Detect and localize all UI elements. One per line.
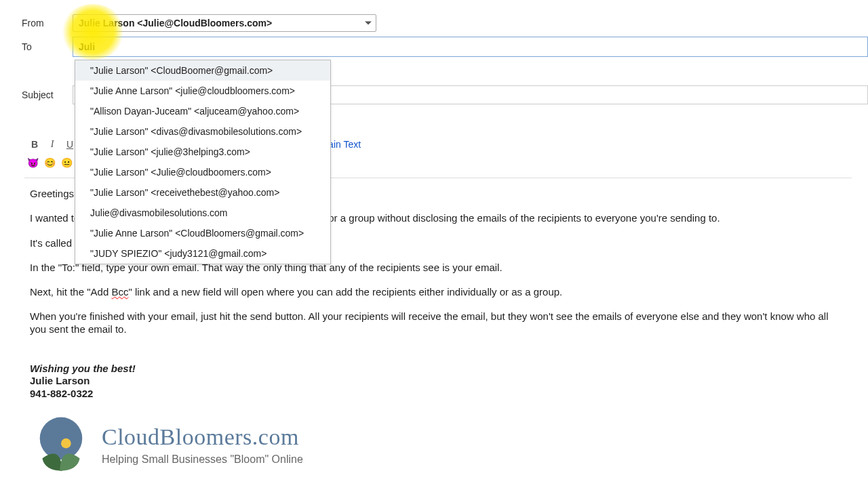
brand-name: CloudBloomers.com <box>102 423 303 451</box>
chevron-down-icon <box>365 22 372 25</box>
autocomplete-item[interactable]: "Julie Larson" <receivethebest@yahoo.com… <box>75 182 330 203</box>
logo-text: CloudBloomers.com Helping Small Business… <box>102 423 303 466</box>
spellcheck-squiggle: Bcc <box>111 286 128 298</box>
to-label: To <box>22 41 73 52</box>
to-row: To <box>22 37 868 57</box>
autocomplete-item[interactable]: "Julie Larson" <julie@3helping3.com> <box>75 142 330 162</box>
svg-point-1 <box>61 439 71 449</box>
autocomplete-item[interactable]: "Julie Larson" <Julie@cloudboomers.com> <box>75 162 330 182</box>
signature-phone: 941-882-0322 <box>30 388 846 400</box>
autocomplete-item[interactable]: "Julie Anne Larson" <CloudBloomers@gmail… <box>75 223 330 243</box>
logo-icon <box>30 413 92 476</box>
to-autocomplete-dropdown: "Julie Larson" <CloudBoomer@gmail.com> "… <box>75 60 331 264</box>
body-paragraph: When you're finished with your email, ju… <box>30 310 846 336</box>
brand-tagline: Helping Small Businesses "Bloom" Online <box>102 453 303 466</box>
from-label: From <box>22 18 73 28</box>
from-value: Julie Larson <Julie@CloudBloomers.com> <box>79 18 272 28</box>
signature-name: Julie Larson <box>30 375 846 387</box>
italic-button[interactable]: I <box>45 137 60 152</box>
autocomplete-item[interactable]: "Julie Larson" <divas@divasmobilesolutio… <box>75 121 330 142</box>
bold-button[interactable]: B <box>27 137 42 152</box>
svg-point-0 <box>40 417 83 460</box>
emoji-icon[interactable]: 😈 <box>27 157 39 168</box>
emoji-icon[interactable]: 😐 <box>61 157 73 168</box>
signature-wish: Wishing you the best! <box>30 363 846 375</box>
autocomplete-item[interactable]: "Julie Larson" <CloudBoomer@gmail.com> <box>75 60 330 81</box>
to-input[interactable] <box>73 37 868 57</box>
from-select[interactable]: Julie Larson <Julie@CloudBloomers.com> <box>73 14 376 32</box>
autocomplete-item[interactable]: "Julie Anne Larson" <julie@cloudbloomers… <box>75 81 330 101</box>
emoji-icon[interactable]: 😊 <box>44 157 56 168</box>
subject-label: Subject <box>22 89 73 100</box>
autocomplete-item[interactable]: "Allison Dayan-Juceam" <aljuceam@yahoo.c… <box>75 101 330 121</box>
autocomplete-item[interactable]: Julie@divasmobilesolutions.com <box>75 203 330 223</box>
body-paragraph: Next, hit the "Add Bcc" link and a new f… <box>30 286 846 298</box>
from-row: From Julie Larson <Julie@CloudBloomers.c… <box>22 14 868 33</box>
signature-logo: CloudBloomers.com Helping Small Business… <box>30 413 846 476</box>
autocomplete-item[interactable]: "JUDY SPIEZIO" <judy3121@gmail.com> <box>75 243 330 264</box>
